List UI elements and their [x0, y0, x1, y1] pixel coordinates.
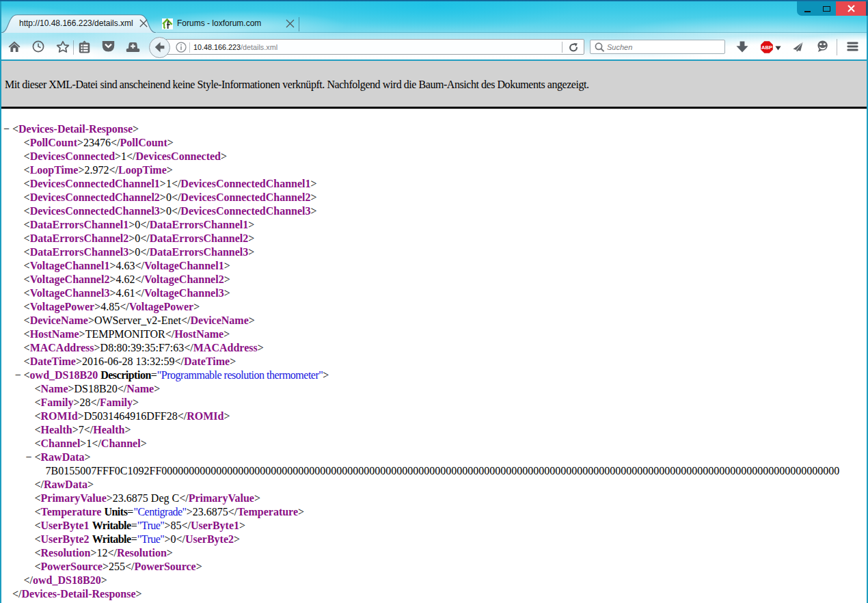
- identity-info-icon[interactable]: [176, 42, 187, 53]
- history-button[interactable]: [32, 33, 44, 60]
- xml-expander[interactable]: −: [26, 451, 35, 464]
- clipboard-list-icon: [79, 40, 90, 53]
- url-path: /details.xml: [241, 43, 277, 51]
- xml-token-t: UserByte2: [41, 533, 90, 545]
- xml-token-t: DevicesConnectedChannel1: [180, 178, 310, 189]
- tab-loxforum[interactable]: Forums - loxforum.com: [159, 14, 299, 34]
- url-host: 10.48.166.223: [193, 43, 241, 51]
- xml-token-tx: 0: [166, 205, 172, 217]
- back-button[interactable]: [149, 37, 170, 58]
- xml-token-b: <: [35, 533, 41, 545]
- xml-line: <Name>DS18B20</Name>: [0, 382, 868, 396]
- xml-token-t: PowerSource: [134, 561, 195, 572]
- minimize-icon: [804, 11, 811, 12]
- xml-token-av: "True": [137, 533, 165, 545]
- xml-token-b: </: [135, 287, 144, 299]
- xml-token-b: >: [107, 492, 113, 504]
- xml-token-t: Health: [41, 424, 72, 436]
- chrome-bottom-border: [0, 59, 868, 61]
- xml-token-b: </: [118, 383, 126, 394]
- xml-token-b: >: [224, 273, 230, 285]
- xml-token-t: PrimaryValue: [41, 492, 107, 504]
- xml-token-t: HostName: [30, 328, 79, 340]
- xml-token-b: >: [128, 232, 135, 244]
- url-text[interactable]: 10.48.166.223/details.xml: [193, 39, 277, 55]
- bookmark-button[interactable]: [56, 33, 70, 60]
- xml-line: </RawData>: [0, 478, 868, 492]
- xml-token-an: Writable: [92, 520, 131, 531]
- xml-line: </Devices-Detail-Response>: [0, 587, 868, 601]
- downloads-button[interactable]: [735, 33, 749, 60]
- xml-token-t: Health: [93, 424, 124, 436]
- xml-line: <Temperature Units="Centigrade">23.6875<…: [0, 505, 868, 519]
- xml-token-b: <: [35, 492, 41, 504]
- xml-token-t: VoltageChannel2: [30, 273, 110, 285]
- hamburger-icon: [847, 42, 858, 51]
- xml-token-tx: TEMPMONITOR: [85, 328, 165, 340]
- pocket-button[interactable]: [102, 33, 115, 60]
- xml-token-t: DateTime: [184, 356, 230, 367]
- xml-expander[interactable]: −: [3, 122, 12, 136]
- page-content: −<Devices-Detail-Response><PollCount>234…: [0, 109, 868, 603]
- window-border-left: [0, 1, 1, 603]
- xml-token-b: </: [35, 479, 44, 490]
- xml-token-b: >: [94, 301, 100, 312]
- xml-token-t: VoltagePower: [129, 301, 194, 312]
- xml-token-t: Temperature: [41, 506, 102, 518]
- xml-token-b: <: [24, 342, 30, 353]
- xml-token-b: >: [193, 301, 200, 312]
- xml-token-b: >: [103, 561, 109, 572]
- reload-button[interactable]: [568, 42, 579, 53]
- maximize-button[interactable]: [817, 1, 836, 16]
- xml-token-t: PowerSource: [41, 561, 103, 572]
- xml-line: <UserByte2 Writable="True">0</UserByte2>: [0, 533, 868, 546]
- xml-expander[interactable]: −: [15, 368, 24, 382]
- xml-token-b: >: [311, 205, 317, 217]
- send-tab-button[interactable]: [791, 33, 805, 60]
- close-icon: [285, 18, 295, 29]
- tab-details-xml[interactable]: http://10.48.166.223/details.xml: [1, 14, 157, 34]
- tab-close-button[interactable]: [284, 18, 296, 29]
- xml-line: <Channel>1</Channel>: [0, 437, 868, 451]
- xml-token-b: <: [24, 369, 30, 381]
- abp-dropdown-caret[interactable]: [775, 46, 781, 51]
- xml-token-b: =: [131, 520, 137, 531]
- home-button[interactable]: [7, 33, 21, 60]
- minimize-button[interactable]: [797, 1, 817, 16]
- xml-token-b: >: [87, 479, 94, 490]
- addon-button[interactable]: [126, 33, 140, 60]
- adblock-button[interactable]: ABP: [761, 41, 773, 53]
- xml-token-b: </: [140, 219, 149, 230]
- hello-button[interactable]: [815, 33, 829, 60]
- xml-token-t: Resolution: [41, 547, 91, 559]
- xml-token-an: Description: [100, 369, 151, 381]
- xml-token-t: ROMId: [41, 410, 78, 422]
- clipboard-button[interactable]: [78, 33, 91, 60]
- tab-close-button[interactable]: [137, 18, 149, 29]
- magnifier-icon: [595, 42, 605, 52]
- tab-title: http://10.48.166.223/details.xml: [19, 14, 133, 34]
- xml-token-b: >: [239, 520, 245, 531]
- xml-token-av: "Centigrade": [133, 506, 186, 518]
- xml-token-b: >: [167, 547, 173, 559]
- xml-token-b: >: [248, 219, 254, 230]
- xml-line: <ROMId>D5031464916DFF28</ROMId>: [0, 410, 868, 423]
- xml-token-b: </: [228, 506, 237, 518]
- xml-token-b: <: [24, 191, 30, 203]
- xml-token-t: UserByte2: [185, 533, 234, 545]
- xml-token-tx: D5031464916DFF28: [84, 410, 178, 422]
- xml-token-b: >: [234, 533, 240, 545]
- xml-token-b: <: [24, 246, 30, 258]
- xml-line: <PowerSource>255</PowerSource>: [0, 560, 868, 574]
- xml-line: <DataErrorsChannel1>0</DataErrorsChannel…: [0, 218, 868, 232]
- xml-token-b: <: [24, 137, 30, 148]
- xml-token-tx: 23476: [83, 137, 111, 148]
- xml-token-b: >: [167, 164, 173, 176]
- xml-token-an: Writable: [92, 533, 131, 545]
- close-button[interactable]: [836, 1, 867, 16]
- xml-token-b: </: [135, 273, 144, 285]
- search-placeholder[interactable]: Suchen: [607, 40, 632, 55]
- xml-token-b: >: [160, 205, 166, 217]
- loxforum-logo-icon: [162, 18, 173, 29]
- menu-button[interactable]: [845, 33, 860, 60]
